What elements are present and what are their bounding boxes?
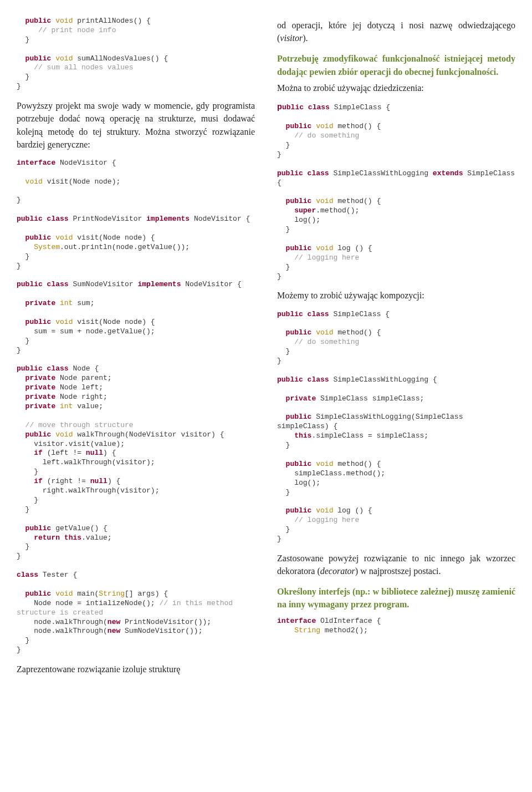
heading-adapter: Określony interfejs (np.: w bibliotece z… [277,585,515,611]
code-block-inheritance: ppublicublic class SimpleClass { public … [277,102,515,282]
code-block-node-methods: public void printAllNodes() { // print n… [17,17,255,92]
paragraph-decorator: Zastosowane powyżej rozwiązanie to nic i… [277,552,515,577]
heading-modify-functionality: Potrzebuję zmodyfikować funkcjonalność i… [277,52,515,78]
paragraph-visitor-summary: Zaprezentowane rozwiązanie izoluje struk… [17,663,255,676]
two-column-layout: public void printAllNodes() { // print n… [17,11,515,683]
left-column: public void printAllNodes() { // print n… [17,11,255,683]
code-block-old-interface: interface OldInterface { String method2(… [277,617,515,636]
right-column: od operacji, które jej dotyczą i nosi na… [277,11,515,683]
code-block-visitor-pattern: interface NodeVisitor { void visit(Node … [17,159,255,655]
paragraph-visitor-intro: Powyższy projekt ma swoje wady w momenci… [17,99,255,151]
paragraph-inheritance: Można to zrobić używając dziedziczenia: [277,82,515,94]
code-block-composition: public class SimpleClass { public void m… [277,310,515,544]
paragraph-visitor-continued: od operacji, które jej dotyczą i nosi na… [277,19,515,44]
paragraph-composition: Możemy to zrobić używając kompozycji: [277,289,515,302]
